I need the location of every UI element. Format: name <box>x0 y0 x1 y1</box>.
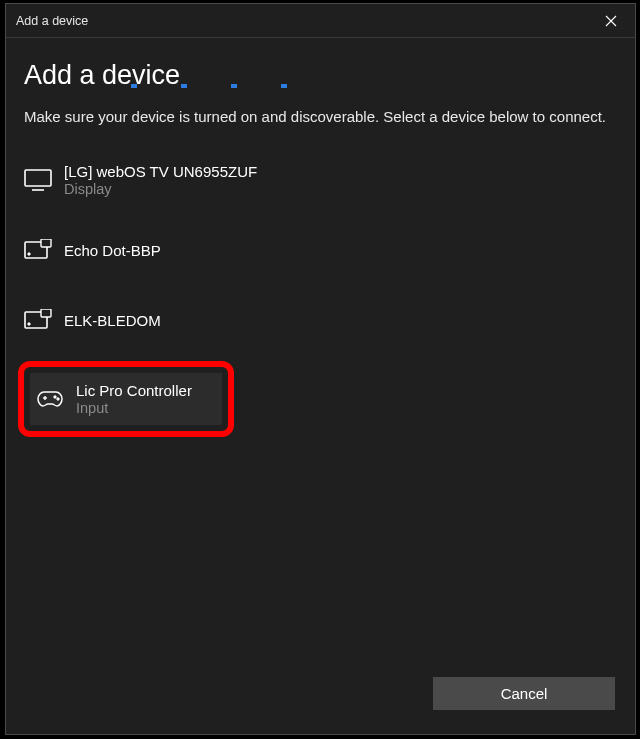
svg-point-10 <box>54 396 56 398</box>
window-title: Add a device <box>16 14 588 28</box>
device-subtitle: Input <box>76 400 192 416</box>
svg-point-4 <box>28 253 30 255</box>
page-subtext: Make sure your device is turned on and d… <box>24 107 614 127</box>
cancel-button[interactable]: Cancel <box>433 677 615 710</box>
device-generic-icon <box>24 309 64 331</box>
svg-point-11 <box>57 398 59 400</box>
svg-rect-3 <box>41 239 51 247</box>
device-list: [LG] webOS TV UN6955ZUF Display Echo Dot… <box>24 151 617 437</box>
annotation-highlight: Lic Pro Controller Input <box>18 361 234 437</box>
device-name: Echo Dot-BBP <box>64 242 161 259</box>
content-area: Add a device Make sure your device is tu… <box>6 38 635 734</box>
device-item-lg-tv[interactable]: [LG] webOS TV UN6955ZUF Display <box>24 151 617 209</box>
page-heading: Add a device <box>24 60 617 91</box>
close-icon <box>605 15 617 27</box>
device-name: Lic Pro Controller <box>76 382 192 399</box>
device-name: ELK-BLEDOM <box>64 312 161 329</box>
device-subtitle: Display <box>64 181 257 197</box>
svg-rect-6 <box>41 309 51 317</box>
display-icon <box>24 169 64 191</box>
background-artifact <box>131 84 287 88</box>
gamepad-icon <box>36 389 76 409</box>
device-item-pro-controller[interactable]: Lic Pro Controller Input <box>30 373 222 425</box>
close-button[interactable] <box>588 5 633 37</box>
titlebar: Add a device <box>6 4 635 38</box>
add-device-window: Add a device Add a device Make sure your… <box>5 3 636 735</box>
svg-rect-0 <box>25 170 51 186</box>
device-generic-icon <box>24 239 64 261</box>
svg-point-7 <box>28 323 30 325</box>
device-item-echo-dot[interactable]: Echo Dot-BBP <box>24 221 617 279</box>
device-name: [LG] webOS TV UN6955ZUF <box>64 163 257 180</box>
footer: Cancel <box>433 677 615 710</box>
device-item-elk-bledom[interactable]: ELK-BLEDOM <box>24 291 617 349</box>
